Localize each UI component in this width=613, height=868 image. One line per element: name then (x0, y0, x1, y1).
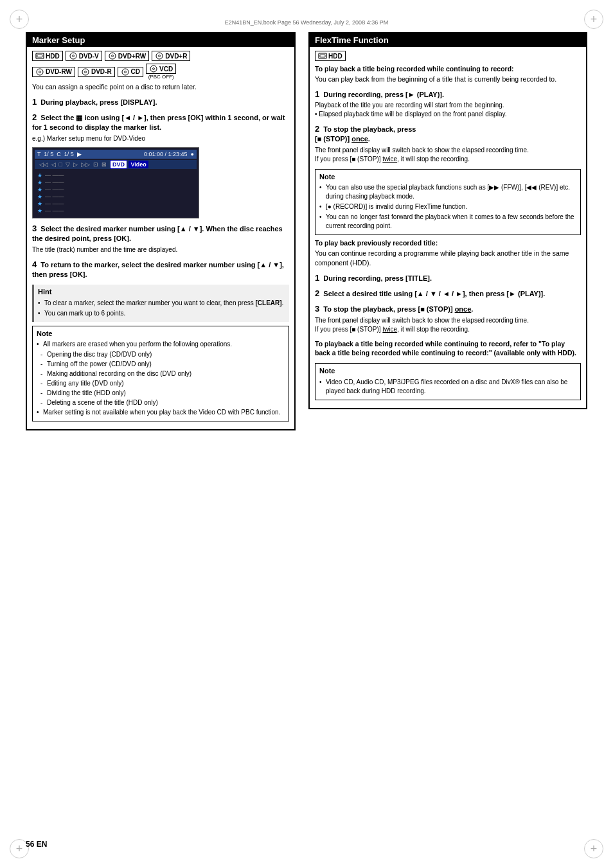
screen-row-4: ★— —— (37, 193, 194, 200)
note-item-1: All markers are erased when you perform … (37, 340, 285, 349)
note-box-right-2: Note Video CD, Audio CD, MP3/JPEG files … (315, 363, 581, 400)
right-step2-3-detail: The front panel display will switch back… (315, 316, 581, 334)
flextime-title: FlexTime Function (310, 33, 586, 47)
hint-item-2: You can mark up to 6 points. (38, 309, 285, 318)
svg-point-13 (124, 71, 126, 73)
right-step-2-detail: The front panel display will switch back… (315, 146, 581, 164)
step-4-num: 4 (32, 260, 37, 269)
to-play-previously-heading: To play back previously recorded title: (315, 239, 581, 247)
screen-list: ★— —— ★— —— ★— —— ★— —— ★— —— ★— —— (35, 170, 197, 216)
svg-point-7 (159, 55, 161, 57)
svg-point-2 (70, 53, 76, 59)
right-step-2: 2 To stop the playback, press [■ (STOP)]… (315, 124, 581, 164)
step-3-detail: The title (track) number and the time ar… (32, 245, 289, 254)
screen-header-right: 0:01:00 / 1:23:45 ● (144, 151, 194, 157)
svg-rect-17 (320, 55, 325, 57)
svg-point-4 (109, 53, 116, 59)
step-3: 3 Select the desired marker number using… (32, 224, 289, 254)
right-column: FlexTime Function HDD To play b (308, 32, 587, 437)
svg-point-8 (37, 69, 43, 75)
right-step-1-text: During recording, press [► (PLAY)]. (323, 91, 444, 98)
screen-row-1: ★— —— (37, 172, 194, 179)
video-badge: Video (129, 161, 148, 168)
note-sub-1: Opening the disc tray (CD/DVD only) (37, 350, 285, 359)
note-box-right-1: Note You can also use the special playba… (315, 169, 581, 235)
right-step2-1-num: 1 (315, 273, 319, 283)
svg-point-14 (150, 66, 157, 72)
step-2-detail: e.g.) Marker setup menu for DVD-Video (32, 134, 289, 143)
file-info: E2N41BN_EN.book Page 56 Wednesday, July … (26, 19, 587, 26)
icon-vcd-group: VCD (PBC OFF) (146, 64, 176, 80)
previously-intro: You can continue recording a programme w… (315, 249, 581, 267)
svg-rect-1 (37, 55, 42, 57)
marker-intro: You can assign a specific point on a dis… (32, 82, 289, 92)
screen-row-3: ★— —— (37, 186, 194, 193)
right-step-1-detail: Playback of the title you are recording … (315, 101, 581, 119)
icon-vcd: VCD (146, 64, 176, 74)
screen-header-left: T 1/ 5 C 1/ 5 ▶ (37, 151, 82, 157)
corner-mark-br (584, 839, 603, 858)
page-number: 56 EN (26, 840, 47, 849)
hint-title: Hint (38, 287, 285, 297)
screen-row-2: ★— —— (37, 179, 194, 186)
to-play-back-heading: To play back a title being recorded whil… (315, 65, 581, 73)
content-wrapper: Marker Setup HDD (26, 32, 587, 437)
screen-header: T 1/ 5 C 1/ 5 ▶ 0:01:00 / 1:23:45 ● (35, 150, 197, 159)
right-note1-item-3: You can no longer fast forward the playb… (319, 213, 576, 231)
pbc-off-label: (PBC OFF) (146, 74, 176, 80)
note-title-right-1: Note (319, 172, 576, 182)
right-note2-item-1: Video CD, Audio CD, MP3/JPEG files recor… (319, 378, 576, 396)
note-sub-3: Making additional recording on the disc … (37, 369, 285, 378)
right-step2-1-text: During recording, press [TITLE]. (323, 274, 432, 282)
svg-point-3 (72, 55, 74, 57)
icon-hdd: HDD (32, 51, 63, 61)
hdd-icon-row: HDD (315, 51, 581, 61)
to-play-back-intro: You can play back from the beginning of … (315, 75, 581, 84)
step-1-num: 1 (32, 97, 37, 107)
icon-dvd-plus-rw: DVD+RW (105, 51, 149, 61)
screen-icons-row: ◁◁ ◁ □ ▽ ▷ ▷▷ ⊡ ⊠ DVD Video (35, 160, 197, 169)
right-step2-1: 1 During recording, press [TITLE]. (315, 273, 581, 283)
note-sub-4: Editing any title (DVD only) (37, 379, 285, 388)
right-note1-item-1: You can also use the special playback fu… (319, 183, 576, 201)
step-4: 4 To return to the marker, select the de… (32, 260, 289, 280)
svg-point-9 (39, 71, 41, 73)
step-3-num: 3 (32, 224, 37, 233)
note-sub-5: Dividing the title (HDD only) (37, 389, 285, 398)
screen-mockup: T 1/ 5 C 1/ 5 ▶ 0:01:00 / 1:23:45 ● ◁◁ ◁… (32, 147, 199, 218)
right-step-2-num: 2 (315, 124, 319, 134)
right-step-1-num: 1 (315, 89, 319, 99)
page: E2N41BN_EN.book Page 56 Wednesday, July … (0, 0, 613, 868)
step-1: 1 During playback, press [DISPLAY]. (32, 97, 289, 107)
right-step2-2-num: 2 (315, 288, 319, 298)
svg-point-10 (82, 69, 89, 75)
step-1-text: During playback, press [DISPLAY]. (40, 98, 157, 106)
step-4-text: To return to the marker, select the desi… (32, 261, 284, 278)
right-step2-3-text: To stop the playback, press [■ (STOP)] o… (323, 305, 473, 313)
corner-mark-tl (10, 10, 29, 29)
screen-row-5: ★— —— (37, 200, 194, 207)
left-column: Marker Setup HDD (26, 32, 296, 437)
icon-dvd-v: DVD-V (66, 51, 102, 61)
dvd-badge: DVD (110, 160, 127, 169)
icon-dvd-minus-r: DVD-R (78, 67, 115, 77)
disc-icons-row2: DVD-RW DVD-R (32, 64, 289, 80)
right-step-2-text: To stop the playback, press [■ (STOP)] o… (315, 125, 416, 143)
step-2-num: 2 (32, 112, 37, 122)
icon-dvd-minus-rw: DVD-RW (32, 67, 75, 77)
marker-setup-section: Marker Setup HDD (26, 32, 296, 430)
note-item-2: Marker setting is not available when you… (37, 408, 285, 417)
step-3-text: Select the desired marker number using [… (32, 225, 283, 242)
right-step2-2-text: Select a desired title using [▲ / ▼ / ◄ … (323, 290, 545, 297)
hint-box: Hint To clear a marker, select the marke… (32, 285, 289, 321)
flextime-section: FlexTime Function HDD To play b (308, 32, 587, 409)
note-sub-2: Turning off the power (CD/DVD only) (37, 360, 285, 369)
to-playback-bold: To playback a title being recorded while… (315, 339, 581, 358)
step-2: 2 Select the ▦ icon using [◄ / ►], then … (32, 112, 289, 218)
svg-point-6 (156, 53, 163, 59)
corner-mark-tr (584, 10, 603, 29)
svg-point-12 (122, 69, 129, 75)
marker-setup-title: Marker Setup (27, 33, 294, 47)
note-box: Note All markers are erased when you per… (32, 326, 289, 421)
note-title: Note (37, 329, 285, 339)
